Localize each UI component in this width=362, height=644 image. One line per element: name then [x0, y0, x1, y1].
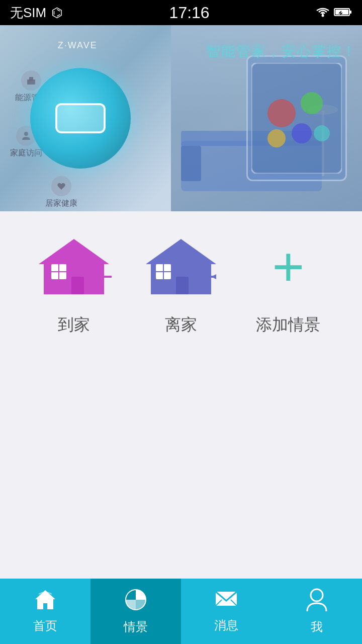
status-left: 无SIM ⌬: [10, 4, 63, 22]
add-icon: +: [272, 234, 304, 299]
carrier-text: 无SIM: [10, 4, 46, 22]
nav-scene-icon: [124, 588, 147, 615]
hub-device-icon: [55, 103, 106, 133]
menu-health: 居家健康: [45, 176, 77, 209]
menu-dot-5: [51, 176, 71, 196]
nav-home-label: 首页: [33, 618, 57, 634]
svg-rect-15: [251, 63, 342, 174]
scene-arrive[interactable]: 到家: [26, 231, 122, 336]
add-icon-wrap: +: [248, 231, 328, 302]
time-display: 17:16: [169, 4, 210, 22]
usb-icon: ⌬: [51, 5, 63, 21]
nav-me-label: 我: [311, 619, 323, 635]
bottom-nav: 首页 情景 消息: [0, 579, 362, 644]
scene-leave[interactable]: 离家: [133, 231, 229, 336]
banner-right: 智能管家，安心掌控！: [171, 25, 362, 211]
svg-point-18: [292, 123, 312, 143]
nav-scene[interactable]: 情景: [90, 579, 181, 644]
scene-add[interactable]: + 添加情景: [240, 231, 336, 336]
arrive-icon-wrap: [34, 231, 114, 302]
svg-rect-2: [335, 10, 348, 15]
svg-rect-37: [156, 271, 171, 272]
banner-left: Z·WAVE 能源管理 家居控制: [0, 25, 171, 211]
svg-point-16: [267, 99, 296, 127]
svg-point-0: [322, 14, 324, 17]
svg-point-20: [314, 125, 330, 141]
status-bar: 无SIM ⌬ 17:16: [0, 0, 362, 25]
svg-point-19: [267, 129, 286, 147]
battery-icon: [334, 5, 352, 21]
scene-section: 到家: [0, 211, 362, 579]
nav-me[interactable]: 我: [272, 579, 362, 644]
menu-dot-1: [21, 70, 41, 91]
svg-point-17: [301, 92, 323, 114]
banner: Z·WAVE 能源管理 家居控制: [0, 25, 362, 211]
svg-rect-24: [51, 271, 66, 272]
svg-rect-12: [181, 146, 201, 181]
banner-slogan: 智能管家，安心掌控！: [206, 40, 357, 63]
nav-home[interactable]: 首页: [0, 579, 90, 644]
banner-overlay: Z·WAVE 能源管理 家居控制: [0, 25, 362, 211]
svg-point-6: [24, 132, 28, 136]
scene-grid: 到家: [0, 231, 362, 336]
nav-message-icon: [215, 590, 238, 613]
svg-rect-5: [29, 77, 33, 80]
nav-home-icon: [34, 589, 57, 614]
hub-circle: [30, 68, 131, 169]
nav-message[interactable]: 消息: [181, 579, 272, 644]
nav-me-icon: [306, 588, 327, 615]
menu-label-5: 居家健康: [45, 199, 77, 207]
nav-message-label: 消息: [214, 617, 238, 633]
leave-label: 离家: [165, 314, 197, 336]
svg-point-26: [89, 258, 99, 268]
menu-label-3: 家庭访问: [10, 148, 42, 157]
hub-label: Z·WAVE: [58, 40, 98, 51]
status-right: [316, 5, 352, 21]
svg-rect-3: [349, 11, 351, 14]
svg-rect-25: [71, 277, 84, 294]
wifi-icon: [316, 5, 330, 21]
svg-rect-38: [176, 277, 189, 294]
arrive-label: 到家: [58, 314, 90, 336]
leave-icon-wrap: [141, 231, 221, 302]
svg-point-39: [193, 258, 203, 268]
svg-marker-47: [35, 590, 55, 609]
add-scene-label: 添加情景: [256, 314, 320, 336]
svg-marker-46: [211, 274, 216, 279]
tablet-visual: [246, 55, 347, 181]
svg-point-52: [311, 589, 323, 601]
nav-scene-label: 情景: [124, 619, 148, 635]
